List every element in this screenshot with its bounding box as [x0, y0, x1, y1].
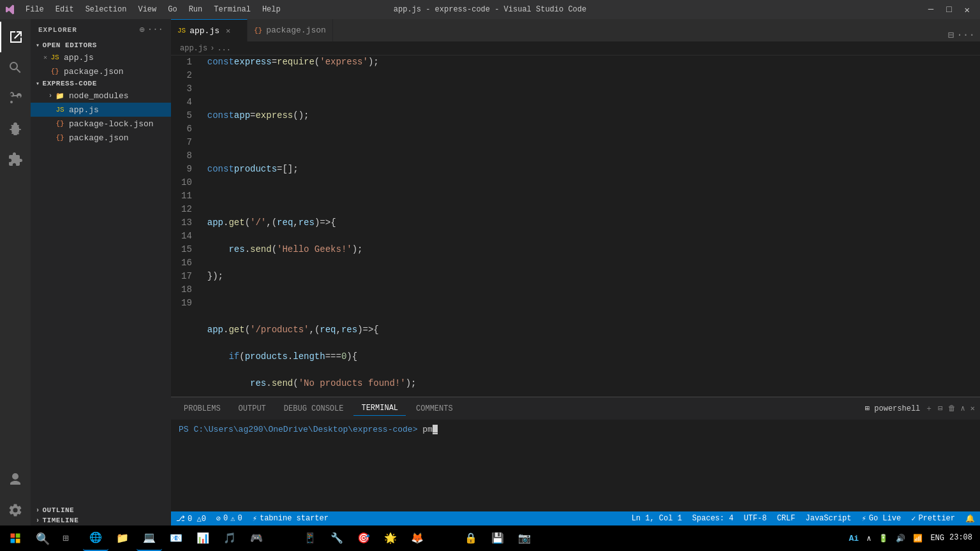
taskbar-app2[interactable]: 📊: [190, 525, 216, 551]
tab-output[interactable]: OUTPUT: [231, 402, 274, 416]
menu-view[interactable]: View: [133, 4, 161, 15]
taskbar-network[interactable]: 📶: [910, 533, 925, 545]
editor-container: JS app.js ✕ {} package.json ⊟ ··· app.js…: [171, 19, 980, 525]
taskbar-chevron[interactable]: ∧: [864, 533, 873, 545]
taskbar-ai[interactable]: Ai: [847, 533, 862, 545]
menu-run[interactable]: Run: [184, 4, 208, 15]
split-editor-icon[interactable]: ⊟: [948, 29, 954, 41]
status-bell[interactable]: 🔔: [960, 511, 980, 525]
activity-debug[interactable]: [0, 114, 31, 144]
file-appjs[interactable]: JS app.js: [31, 103, 171, 117]
open-editor-packagejson[interactable]: ✕ {} package.json: [31, 64, 171, 78]
taskbar-app4[interactable]: 🎮: [244, 525, 269, 551]
menu-terminal[interactable]: Terminal: [209, 4, 256, 15]
code-content[interactable]: const express = require('express'); cons…: [202, 55, 942, 397]
taskbar-app14[interactable]: 📷: [512, 525, 537, 551]
split-terminal-icon[interactable]: ⊟: [938, 404, 942, 413]
menu-selection[interactable]: Selection: [80, 4, 132, 15]
status-prettier[interactable]: ✓ Prettier: [906, 511, 960, 525]
tab-appjs[interactable]: JS app.js ✕: [171, 19, 248, 41]
taskbar-app9[interactable]: 🌟: [378, 525, 403, 551]
more-tabs-icon[interactable]: ···: [956, 29, 975, 41]
status-encoding[interactable]: UTF-8: [739, 511, 772, 525]
sidebar-actions[interactable]: ⊕ ···: [139, 24, 163, 35]
breadcrumb-file[interactable]: app.js: [180, 44, 207, 53]
tab-bar-actions[interactable]: ⊟ ···: [948, 29, 980, 41]
activity-search[interactable]: [0, 52, 31, 83]
minimize-button[interactable]: ─: [923, 3, 939, 17]
status-spaces[interactable]: Spaces: 4: [687, 511, 739, 525]
activity-account[interactable]: [0, 464, 31, 495]
close-file-icon[interactable]: ✕: [43, 54, 47, 61]
window-controls[interactable]: ─ □ ✕: [923, 3, 975, 17]
terminal-actions[interactable]: ⊞ powershell ＋ ⊟ 🗑 ∧ ✕: [865, 403, 975, 414]
taskbar-app7[interactable]: 🔧: [324, 525, 350, 551]
tab-comments[interactable]: COMMENTS: [408, 402, 461, 416]
taskbar-app1[interactable]: 📧: [163, 525, 189, 551]
file-packagejson[interactable]: {} package.json: [31, 131, 171, 145]
menu-help[interactable]: Help: [257, 4, 286, 15]
activity-explorer[interactable]: [0, 22, 31, 52]
menu-go[interactable]: Go: [163, 4, 182, 15]
close-button[interactable]: ✕: [960, 3, 975, 17]
tab-terminal[interactable]: TERMINAL: [353, 401, 406, 416]
taskbar-search[interactable]: 🔍: [29, 525, 55, 551]
menu-edit[interactable]: Edit: [50, 4, 79, 15]
maximize-button[interactable]: □: [941, 3, 956, 17]
start-button[interactable]: [3, 525, 28, 551]
activity-settings[interactable]: [0, 495, 31, 525]
taskbar-app5[interactable]: 🛡: [271, 525, 296, 551]
eol-label: CRLF: [777, 514, 796, 523]
taskbar-app12[interactable]: 🔒: [458, 525, 484, 551]
taskbar-app11[interactable]: ⚙: [431, 525, 457, 551]
prettier-icon: ✓: [911, 514, 916, 524]
svg-rect-1: [16, 534, 20, 538]
status-tabnine[interactable]: ⚡ tabnine starter: [248, 511, 334, 525]
status-branch[interactable]: ⎇ 0 △0: [171, 511, 211, 525]
menu-file[interactable]: File: [20, 4, 49, 15]
appjs-label: app.js: [69, 105, 99, 115]
trash-icon[interactable]: 🗑: [948, 404, 956, 413]
activity-extensions[interactable]: [0, 144, 31, 175]
tab-packagejson[interactable]: {} package.json: [248, 19, 333, 41]
more-options-icon[interactable]: ···: [147, 24, 163, 35]
taskbar-explorer[interactable]: 📁: [110, 525, 135, 551]
code-editor[interactable]: 12345 678910 1112131415 16171819 const e…: [171, 55, 980, 397]
title-bar-menu[interactable]: File Edit Selection View Go Run Terminal…: [20, 4, 286, 15]
status-eol[interactable]: CRLF: [772, 511, 801, 525]
tab-debug-console[interactable]: DEBUG CONSOLE: [276, 402, 352, 416]
window-title: app.js - express-code - Visual Studio Co…: [394, 5, 586, 14]
taskbar-edge[interactable]: 🌐: [83, 525, 108, 551]
close-terminal-icon[interactable]: ✕: [970, 404, 975, 413]
status-position[interactable]: Ln 1, Col 1: [627, 511, 687, 525]
terminal-path: PS C:\Users\ag290\OneDrive\Desktop\expre…: [179, 425, 417, 434]
status-golive[interactable]: ⚡ Go Live: [857, 511, 907, 525]
tab-problems[interactable]: PROBLEMS: [176, 402, 228, 416]
outline-section[interactable]: › OUTLINE: [31, 505, 171, 515]
tab-close-icon[interactable]: ✕: [226, 26, 230, 36]
taskbar-clock[interactable]: 23:08: [949, 533, 972, 543]
taskbar-app10[interactable]: 🦊: [405, 525, 430, 551]
express-code-section[interactable]: ▾ EXPRESS-CODE: [31, 78, 171, 89]
new-terminal-icon[interactable]: ＋: [925, 403, 933, 414]
new-file-icon[interactable]: ⊕: [139, 24, 144, 35]
taskbar-app8[interactable]: 🎯: [351, 525, 376, 551]
open-editors-section[interactable]: ▾ OPEN EDITORS: [31, 40, 171, 50]
timeline-section[interactable]: › TIMELINE: [31, 515, 171, 525]
code-line-12: if (products.length === 0) {: [207, 350, 942, 364]
activity-source-control[interactable]: [0, 83, 31, 114]
open-editor-appjs[interactable]: ✕ JS app.js: [31, 50, 171, 64]
file-package-lock[interactable]: {} package-lock.json: [31, 117, 171, 131]
taskbar-task-view[interactable]: ⊞: [56, 525, 82, 551]
terminal-body[interactable]: PS C:\Users\ag290\OneDrive\Desktop\expre…: [171, 420, 980, 511]
position-label: Ln 1, Col 1: [632, 514, 682, 523]
status-language[interactable]: JavaScript: [800, 511, 856, 525]
file-node-modules[interactable]: › 📁 node_modules: [31, 89, 171, 103]
taskbar-app6[interactable]: 📱: [297, 525, 323, 551]
taskbar-vscode[interactable]: 💻: [137, 525, 162, 551]
taskbar-volume[interactable]: 🔊: [893, 533, 908, 545]
chevron-up-icon[interactable]: ∧: [961, 404, 965, 413]
status-errors[interactable]: ⊘ 0 ⚠ 0: [211, 511, 248, 525]
taskbar-app3[interactable]: 🎵: [217, 525, 242, 551]
taskbar-app13[interactable]: 💾: [485, 525, 510, 551]
